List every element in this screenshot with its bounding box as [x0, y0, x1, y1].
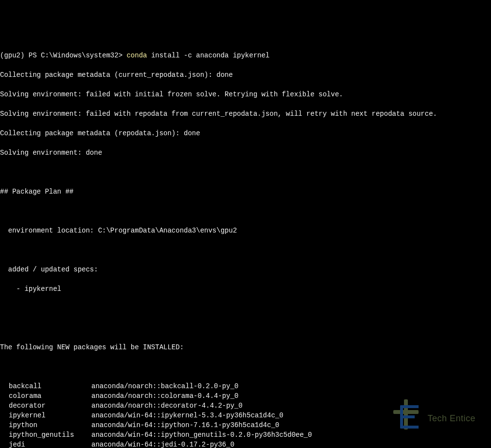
watermark-text: Tech Entice	[427, 413, 475, 423]
package-name: colorama	[0, 391, 91, 401]
command-word: conda	[126, 52, 147, 59]
package-name: ipython_genutils	[0, 430, 91, 440]
output-line: Solving environment: failed with repodat…	[0, 109, 491, 119]
output-line: Solving environment: done	[0, 148, 491, 158]
package-detail: anaconda/win-64::ipython_genutils-0.2.0-…	[91, 430, 312, 440]
output-line: Solving environment: failed with initial…	[0, 90, 491, 99]
package-detail: anaconda/noarch::backcall-0.2.0-py_0	[91, 381, 238, 391]
terminal-output[interactable]: (gpu2) PS C:\Windows\system32> conda ins…	[0, 39, 491, 448]
package-detail: anaconda/win-64::ipython-7.16.1-py36h5ca…	[91, 420, 279, 430]
package-detail: anaconda/noarch::decorator-4.4.2-py_0	[91, 401, 243, 411]
blank-line	[0, 245, 491, 255]
new-packages-header: The following NEW packages will be INSTA…	[0, 342, 491, 352]
package-detail: anaconda/win-64::jedi-0.17.2-py36_0	[91, 440, 234, 448]
blank-line	[0, 206, 491, 216]
blank-line	[0, 304, 491, 313]
package-name: ipykernel	[0, 411, 91, 420]
package-name: backcall	[0, 381, 91, 391]
command-line: (gpu2) PS C:\Windows\system32> conda ins…	[0, 51, 491, 60]
blank-line	[0, 167, 491, 177]
spec-item: - ipykernel	[0, 284, 491, 294]
package-name: decorator	[0, 401, 91, 411]
blank-line	[0, 323, 491, 333]
cwd-path: C:\Windows\system32>	[41, 52, 126, 59]
package-plan-header: ## Package Plan ##	[0, 187, 491, 197]
package-name: ipython	[0, 420, 91, 430]
blank-line	[0, 362, 491, 372]
output-line: Collecting package metadata (current_rep…	[0, 70, 491, 80]
package-name: jedi	[0, 440, 91, 448]
package-detail: anaconda/win-64::ipykernel-5.3.4-py36h5c…	[91, 411, 283, 420]
watermark-logo-icon	[393, 399, 423, 437]
output-line: Collecting package metadata (repodata.js…	[0, 128, 491, 138]
package-row: backcallanaconda/noarch::backcall-0.2.0-…	[0, 381, 491, 391]
command-args: install -c anaconda ipykernel	[147, 52, 269, 59]
watermark: Tech Entice	[393, 399, 475, 437]
package-detail: anaconda/noarch::colorama-0.4.4-py_0	[91, 391, 238, 401]
ps-prefix: PS	[29, 52, 41, 59]
package-row: jedianaconda/win-64::jedi-0.17.2-py36_0	[0, 440, 491, 448]
added-specs-header: added / updated specs:	[0, 265, 491, 274]
env-location: environment location: C:\ProgramData\Ana…	[0, 226, 491, 235]
env-prefix: (gpu2)	[0, 52, 29, 59]
